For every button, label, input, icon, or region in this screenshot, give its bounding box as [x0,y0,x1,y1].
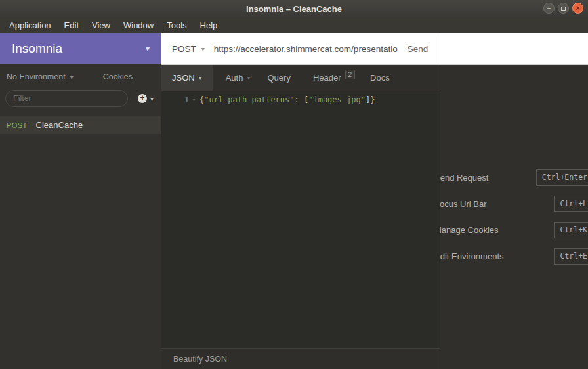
tab-query[interactable]: Query [262,65,295,91]
chevron-down-icon: ▾ [199,74,202,81]
add-request-button[interactable]: + ▾ [138,94,154,103]
url-input[interactable]: https://accelerator.shimmercat.com/prese… [214,44,399,54]
insomnia-app-window: Insomnia – CleanCache − × Application Ed… [0,0,588,369]
maximize-button[interactable] [558,3,569,14]
plus-circle-icon: + [138,94,147,103]
environment-row: No Environment ▾ Cookies [0,64,161,89]
url-bar: POST ▾ https://accelerator.shimmercat.co… [161,33,588,65]
shortcut-keys: Ctrl+K [554,222,588,238]
method-label: POST [172,44,196,54]
menu-bar: Application Edit View Window Tools Help [0,17,588,33]
tab-header[interactable]: Header 2 [308,65,360,91]
menu-edit[interactable]: Edit [58,17,85,33]
pane-divider [440,33,440,64]
chevron-down-icon: ▾ [201,45,205,53]
shortcut-row: Focus Url Bar Ctrl+L [440,196,588,213]
method-dropdown[interactable]: POST ▾ [161,44,214,54]
window-controls: − × [543,3,583,14]
sidebar: Insomnia ▾ No Environment ▾ Cookies + ▾ … [0,33,161,369]
shortcut-label: Edit Environments [440,248,504,265]
shortcut-row: Manage Cookies Ctrl+K [440,222,588,239]
request-method-badge: POST [7,121,28,129]
minimize-icon: − [547,5,551,12]
window-title: Insomnia – CleanCache [246,4,342,14]
menu-application[interactable]: Application [3,17,58,33]
chevron-down-icon: ▾ [247,74,250,81]
cookies-link[interactable]: Cookies [103,72,133,81]
beautify-json-button[interactable]: Beautify JSON [173,355,227,364]
tab-docs[interactable]: Docs [365,65,395,91]
code-content: {"url_path_patterns": ["images jpg"]} [200,95,375,104]
request-pane: JSON ▾ Auth ▾ Query Header 2 [161,65,440,369]
panes: JSON ▾ Auth ▾ Query Header 2 [161,65,588,369]
request-tab-bar: JSON ▾ Auth ▾ Query Header 2 [161,65,440,91]
sidebar-request-cleancache[interactable]: POST CleanCache [0,116,161,134]
code-line: 1 ▾ {"url_path_patterns": ["images jpg"]… [161,94,440,105]
workspace-dropdown[interactable]: Insomnia ▾ [0,33,161,64]
fold-arrow-icon[interactable]: ▾ [190,97,198,103]
shortcut-keys: Ctrl+E [554,248,588,265]
send-button[interactable]: Send [408,44,429,54]
tab-body-json[interactable]: JSON ▾ [161,65,213,91]
close-button[interactable]: × [572,3,583,14]
request-name: CleanCache [36,120,83,130]
chevron-down-icon: ▾ [146,44,150,53]
workspace-name: Insomnia [12,41,62,56]
header-count-badge: 2 [345,70,356,79]
menu-view[interactable]: View [85,17,117,33]
main-content: Insomnia ▾ No Environment ▾ Cookies + ▾ … [0,33,588,369]
response-pane: Send Request Ctrl+Enter Focus Url Bar Ct… [440,65,588,369]
workspace-main: POST ▾ https://accelerator.shimmercat.co… [161,33,588,369]
shortcut-label: Manage Cookies [440,222,499,239]
shortcut-label: Send Request [440,169,488,186]
editor-gutter: 1 ▾ [161,95,198,104]
shortcut-keys: Ctrl+L [554,196,588,212]
chevron-down-icon: ▾ [150,95,154,102]
json-body-editor[interactable]: 1 ▾ {"url_path_patterns": ["images jpg"]… [161,91,440,348]
minimize-button[interactable]: − [543,3,555,14]
line-number: 1 [184,95,189,104]
menu-window[interactable]: Window [117,17,160,33]
request-list: POST CleanCache [0,116,161,134]
menu-tools[interactable]: Tools [160,17,193,33]
filter-row: + ▾ [0,89,161,108]
filter-input[interactable] [5,90,128,107]
tab-auth[interactable]: Auth ▾ [220,65,256,91]
shortcut-row: Edit Environments Ctrl+E [440,248,588,265]
environment-dropdown[interactable]: No Environment [7,72,66,81]
window-titlebar: Insomnia – CleanCache − × [0,0,588,17]
shortcut-row: Send Request Ctrl+Enter [440,169,588,186]
editor-footer: Beautify JSON [161,348,440,369]
chevron-down-icon: ▾ [70,74,74,81]
shortcut-label: Focus Url Bar [440,196,486,213]
close-icon: × [576,5,579,12]
shortcut-keys: Ctrl+Enter [536,169,588,186]
maximize-icon [561,7,566,11]
menu-help[interactable]: Help [194,17,224,33]
